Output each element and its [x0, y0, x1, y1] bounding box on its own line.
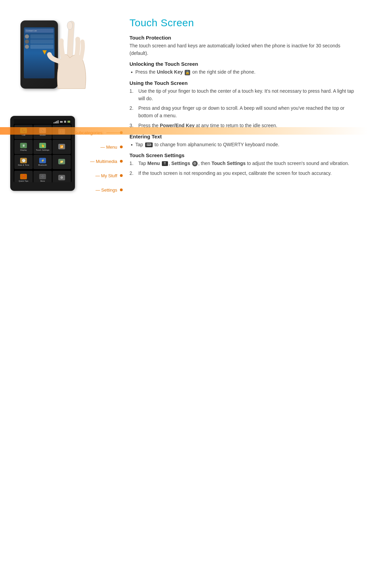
settings-item-2: 2. If the touch screen is not responding… — [129, 170, 358, 177]
unlocking-bullet: • Press the Unlock Key on the right side… — [129, 69, 358, 76]
right-column: Touch Screen Touch Protection The touch … — [129, 14, 358, 191]
settings-list: 1. Tap Menu , Settings , then Touch Sett… — [129, 160, 358, 177]
settings-item-1: 1. Tap Menu , Settings , then Touch Sett… — [129, 160, 358, 167]
settings-bold: Settings — [171, 161, 190, 166]
keyboard-icon — [145, 142, 153, 147]
settings-gear-icon — [192, 161, 198, 166]
touch-screen-settings-heading: Touch Screen Settings — [129, 152, 358, 158]
menu-cell-sim: 📶 — [52, 140, 71, 154]
menu-cell-quicktips: ❓ Quick Tips — [14, 171, 33, 182]
bullet-dot-1: • — [131, 69, 133, 76]
bullet-dot-2: • — [131, 142, 133, 149]
more-icon: ➕ — [39, 174, 46, 179]
display-label: Display — [20, 149, 27, 151]
orange-gradient-bar — [0, 127, 368, 135]
bluetooth-label: Bluetooth — [38, 164, 47, 166]
using-item-1: 1. Use the tip of your finger to touch t… — [129, 88, 358, 102]
sim-icon: 📶 — [58, 144, 65, 149]
menu-annotation-label: — Menu — [101, 145, 120, 150]
annotation-mystuff: — My Stuff — [95, 169, 123, 182]
signal-icon — [53, 120, 59, 123]
touch-protection-heading: Touch Protection — [129, 35, 358, 41]
settings-num-2: 2. — [129, 170, 136, 177]
annotation-menu: — Menu — [101, 140, 123, 153]
using-item-2: 2. Press and drag your finger up or down… — [129, 105, 358, 119]
quicktips-label: Quick Tips — [19, 180, 28, 182]
menu-cell-display: 🖥 Display — [14, 140, 33, 154]
settings-text-2: If the touch screen is not responding as… — [138, 170, 332, 177]
unlocking-text: Press the Unlock Key on the right side o… — [135, 69, 255, 76]
menu-cell-settings: ⚙ — [52, 171, 71, 182]
annotation-multimedia: — Multimedia — [90, 155, 123, 168]
unlock-key-bold: Unlock Key — [157, 69, 183, 75]
multimedia-annotation-label: — Multimedia — [90, 159, 120, 164]
menu-grid-icon — [162, 161, 168, 166]
mystuff-annotation-label: — My Stuff — [95, 173, 120, 178]
using-text-1: Use the tip of your finger to touch the … — [138, 88, 358, 102]
settings-cog-icon: ⚙ — [58, 175, 65, 180]
menu-cell-bluetooth: ⚡ Bluetooth — [33, 155, 52, 169]
using-text-2: Press and drag your finger up or down to… — [138, 105, 358, 119]
display-icon: 🖥 — [20, 143, 27, 148]
hand-illustration — [37, 14, 106, 102]
using-list: 1. Use the tip of your finger to touch t… — [129, 88, 358, 129]
svg-point-0 — [67, 21, 73, 30]
touchsettings-label: Touch Settings — [36, 149, 49, 151]
quicktips-icon: ❓ — [20, 174, 27, 179]
bottom-grid: ❓ Quick Tips ➕ More ⚙ — [14, 170, 72, 182]
page-title: Touch Screen — [129, 17, 358, 29]
settings-num-1: 1. — [129, 160, 136, 167]
settings-text-1: Tap Menu , Settings , then Touch Setting… — [138, 160, 349, 167]
using-num-2: 2. — [129, 105, 136, 119]
touch-protection-text: The touch screen and hard keys are autom… — [129, 42, 358, 57]
more-label: More — [40, 180, 45, 182]
unlocking-heading: Unlocking the Touch Screen — [129, 61, 358, 67]
phone-hand-illustration: Contact List — [10, 14, 112, 109]
unlock-key-icon — [185, 70, 190, 75]
menu-cell-file: 📁 — [52, 155, 71, 169]
touchsettings-icon: 👆 — [39, 143, 46, 148]
using-num-1: 1. — [129, 88, 136, 102]
settings-annotation-label: — Settings — [95, 187, 120, 193]
datetime-icon: 🕐 — [20, 158, 27, 163]
touch-settings-bold: Touch Settings — [212, 161, 246, 166]
annotation-settings: — Settings — [95, 183, 123, 196]
entering-text-content: Tap to change from alphanumeric to QWERT… — [135, 141, 279, 149]
entering-text-bullet: • Tap to change from alphanumeric to QWE… — [129, 141, 358, 149]
file-icon: 📁 — [58, 159, 65, 164]
menu-cell-more: ➕ More — [33, 171, 52, 182]
menu-cell-datetime: 🕐 Date & Time — [14, 155, 33, 169]
using-heading: Using the Touch Screen — [129, 80, 358, 86]
left-column: Contact List — [10, 14, 119, 191]
datetime-label: Date & Time — [18, 164, 29, 166]
bluetooth-icon: ⚡ — [39, 158, 46, 163]
menu-cell-touchsettings: 👆 Touch Settings — [33, 140, 52, 154]
menu-bold: Menu — [147, 161, 160, 166]
